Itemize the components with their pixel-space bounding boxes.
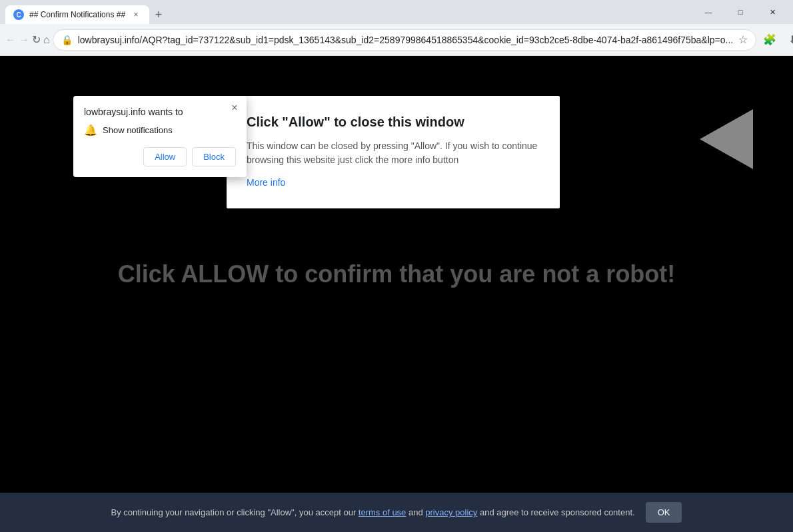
arrow-icon	[700, 109, 753, 169]
popup-notif-label: Show notifications	[103, 125, 173, 135]
content-panel: Click "Allow" to close this window This …	[227, 96, 560, 208]
block-button[interactable]: Block	[192, 147, 236, 166]
tab-close-button[interactable]: ×	[131, 9, 141, 20]
content-body: This window can be closed by pressing "A…	[247, 139, 540, 167]
downloads-icon[interactable]: ⬇	[782, 29, 793, 51]
favicon-letter: C	[16, 11, 21, 19]
popup-title: lowbraysuj.info wants to	[84, 107, 236, 117]
allow-button[interactable]: Allow	[143, 147, 187, 166]
browser-frame: C ## Confirm Notifications ## × + — □ ✕ …	[0, 0, 793, 532]
bottom-and: and	[406, 507, 425, 517]
forward-button[interactable]: →	[19, 29, 29, 51]
ok-button[interactable]: OK	[646, 502, 682, 523]
bottom-bar: By continuing your navigation or clickin…	[0, 493, 793, 532]
popup-buttons: Allow Block	[84, 147, 236, 166]
toolbar-icons: 🧩 ⬇ 📚 A ⋮	[759, 29, 793, 51]
page-content: Click ALLOW to confirm that you are not …	[0, 56, 793, 532]
maximize-button[interactable]: □	[725, 0, 756, 24]
arrow-container	[700, 109, 753, 169]
home-button[interactable]: ⌂	[43, 29, 50, 51]
robot-text: Click ALLOW to confirm that you are not …	[118, 260, 676, 288]
url-bar[interactable]: 🔒 lowbraysuj.info/AQR?tag_id=737122&sub_…	[53, 29, 757, 51]
minimize-button[interactable]: —	[693, 0, 724, 24]
tab-favicon: C	[13, 9, 24, 20]
close-button[interactable]: ✕	[757, 0, 788, 24]
tab-title: ## Confirm Notifications ##	[29, 10, 125, 19]
address-bar: ← → ↻ ⌂ 🔒 lowbraysuj.info/AQR?tag_id=737…	[0, 24, 793, 56]
new-tab-button[interactable]: +	[149, 5, 168, 24]
browser-tab[interactable]: C ## Confirm Notifications ## ×	[5, 5, 149, 24]
terms-link[interactable]: terms of use	[359, 507, 406, 517]
refresh-button[interactable]: ↻	[32, 29, 41, 51]
bottom-text-before: By continuing your navigation or clickin…	[111, 507, 359, 517]
window-controls: — □ ✕	[693, 0, 788, 24]
extensions-icon[interactable]: 🧩	[759, 29, 780, 51]
back-button[interactable]: ←	[5, 29, 16, 51]
popup-notification-row: 🔔 Show notifications	[84, 124, 236, 136]
bookmark-icon[interactable]: ☆	[738, 33, 748, 46]
bottom-text-after: and agree to receive sponsored content.	[477, 507, 634, 517]
lock-icon: 🔒	[61, 35, 73, 45]
tab-strip: C ## Confirm Notifications ## × +	[5, 0, 690, 24]
popup-close-button[interactable]: ×	[228, 101, 241, 115]
more-info-link[interactable]: More info	[247, 177, 285, 188]
content-heading: Click "Allow" to close this window	[247, 115, 540, 130]
bottom-bar-text: By continuing your navigation or clickin…	[111, 507, 635, 517]
privacy-link[interactable]: privacy policy	[425, 507, 477, 517]
notification-popup: × lowbraysuj.info wants to 🔔 Show notifi…	[73, 96, 247, 177]
url-text: lowbraysuj.info/AQR?tag_id=737122&sub_id…	[78, 35, 734, 45]
bell-icon: 🔔	[84, 124, 97, 136]
title-bar: C ## Confirm Notifications ## × + — □ ✕	[0, 0, 793, 24]
